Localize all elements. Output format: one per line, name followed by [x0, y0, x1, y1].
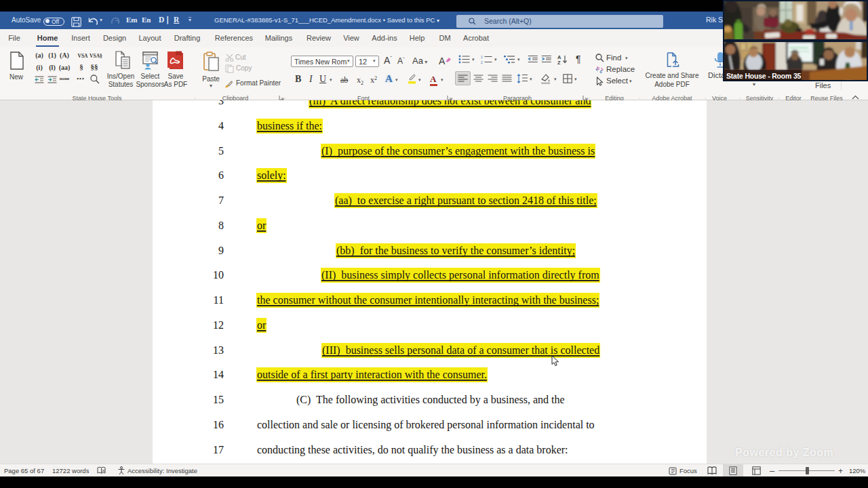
- svg-text:Z: Z: [557, 60, 561, 64]
- svg-text:b: b: [597, 66, 599, 70]
- svg-text:2: 2: [481, 60, 483, 64]
- svg-text:1: 1: [481, 55, 483, 59]
- svg-text:State House - Room 35: State House - Room 35: [726, 72, 802, 80]
